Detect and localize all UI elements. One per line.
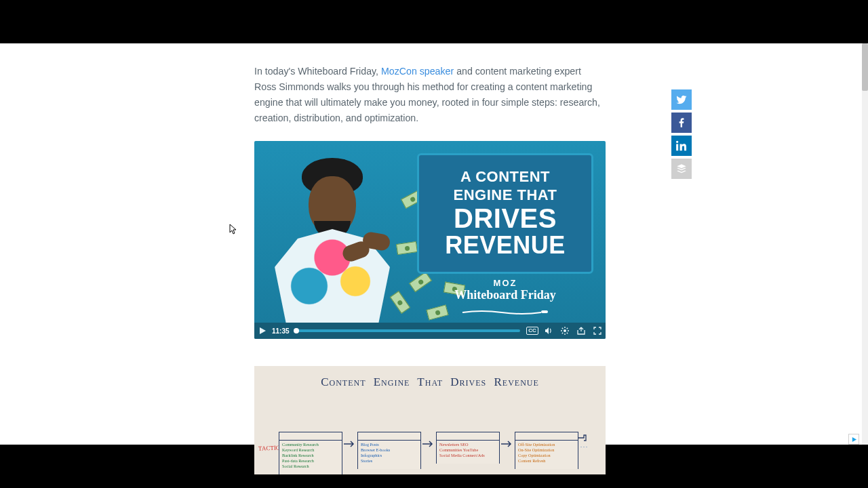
captions-button[interactable]: CC — [524, 323, 540, 339]
intro-text-before: In today's Whiteboard Friday, — [254, 66, 381, 77]
buffer-share-button[interactable] — [671, 159, 692, 179]
whiteboard-friday-text: Whiteboard Friday — [417, 288, 593, 302]
intro-paragraph: In today's Whiteboard Friday, MozCon spe… — [254, 64, 606, 126]
title-line-3: DRIVES — [445, 204, 566, 232]
whiteboard-box: Off-Site OptimizationOn-Site Optimizatio… — [515, 432, 578, 469]
whiteboard-box-item: Communities YouTube — [439, 447, 496, 453]
mozcon-speaker-link[interactable]: MozCon speaker — [381, 66, 454, 77]
whiteboard-box-item: Infographics — [361, 453, 418, 458]
whiteboard-box-item: Off-Site Optimization — [518, 442, 575, 447]
whiteboard-box-item: Social Media Connect/Ads — [439, 453, 496, 458]
video-progress-track[interactable] — [294, 329, 520, 332]
moz-logo-text: MOZ — [417, 278, 593, 288]
arrow-icon — [500, 438, 513, 445]
linkedin-share-button[interactable] — [671, 136, 692, 156]
whiteboard-box-item: Social Research — [282, 464, 339, 469]
video-player[interactable]: A CONTENT ENGINE THAT DRIVES REVENUE MOZ… — [254, 141, 606, 339]
whiteboard-box-item: Keyword Research — [282, 447, 339, 453]
title-line-4: REVENUE — [445, 232, 566, 258]
whiteboard-box-item: Copy Optimization — [518, 453, 575, 458]
whiteboard-box-item: Blog Posts — [361, 442, 418, 447]
faucet-icon — [578, 434, 587, 443]
video-controls: 11:35 CC — [254, 323, 606, 339]
whiteboard-box-item: Community Research — [282, 442, 339, 447]
presenter-illustration — [261, 148, 403, 324]
arrow-icon — [343, 438, 355, 445]
whiteboard-friday-brand: MOZ Whiteboard Friday — [417, 278, 593, 310]
facebook-share-button[interactable] — [671, 113, 692, 133]
money-icon — [396, 241, 418, 255]
title-line-2: ENGINE THAT — [445, 187, 566, 203]
whiteboard-boxes-row: Community ResearchKeyword ResearchBackli… — [279, 432, 599, 474]
whiteboard-box-item: Backlink Research — [282, 453, 339, 458]
share-button[interactable] — [573, 323, 589, 339]
whiteboard-box: Community ResearchKeyword ResearchBackli… — [279, 432, 342, 474]
video-duration: 11:35 — [272, 327, 290, 335]
video-title-card: A CONTENT ENGINE THAT DRIVES REVENUE — [417, 153, 593, 274]
title-line-1: A CONTENT — [445, 169, 566, 184]
fullscreen-button[interactable] — [589, 323, 606, 339]
volume-button[interactable] — [540, 323, 557, 339]
water-drops-icon: ∙ ∙ ∙ — [580, 445, 587, 449]
scrollbar-thumb[interactable] — [862, 43, 868, 91]
ad-indicator[interactable] — [848, 434, 859, 445]
whiteboard-box-item: Content Refresh — [518, 458, 575, 464]
article-body: In today's Whiteboard Friday, MozCon spe… — [254, 64, 606, 474]
settings-button[interactable] — [557, 323, 573, 339]
whiteboard-box: Blog PostsBrowser E-booksInfographicsSto… — [357, 432, 421, 469]
whiteboard-box-item: On-Site Optimization — [518, 447, 575, 453]
whiteboard-box-item: Browser E-books — [361, 447, 418, 453]
video-progress-handle[interactable] — [294, 328, 299, 333]
arrow-icon — [422, 438, 434, 445]
whiteboard-box-item: Newsletters SEO — [439, 442, 496, 447]
whiteboard-title: Content Engine That Drives Revenue — [254, 366, 606, 389]
whiteboard-box: Newsletters SEOCommunities YouTubeSocial… — [436, 432, 500, 464]
scrollbar-track[interactable] — [862, 43, 868, 445]
svg-point-1 — [564, 329, 566, 332]
mouse-cursor-icon — [229, 224, 237, 235]
play-button[interactable] — [254, 323, 271, 339]
social-share-bar — [671, 89, 692, 182]
whiteboard-box-item: Past-data Research — [282, 458, 339, 464]
page-content: In today's Whiteboard Friday, MozCon spe… — [0, 43, 862, 445]
letterbox-top — [0, 0, 868, 43]
twitter-share-button[interactable] — [671, 89, 692, 110]
whiteboard-still[interactable]: Content Engine That Drives Revenue TACTI… — [254, 366, 606, 474]
svg-rect-0 — [541, 310, 548, 313]
whiteboard-box-item: Stories — [361, 458, 418, 464]
